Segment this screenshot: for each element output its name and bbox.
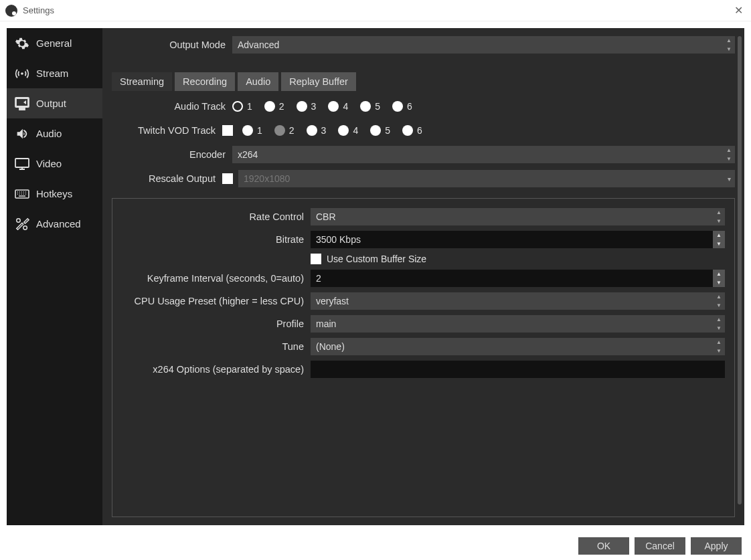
encoder-label: Encoder — [112, 149, 232, 160]
tune-select[interactable]: (None) ▲▼ — [311, 338, 725, 355]
audio-track-radio-2[interactable]: 2 — [264, 101, 284, 112]
rescale-label: Rescale Output — [112, 173, 222, 184]
audio-track-radio-5[interactable]: 5 — [360, 101, 380, 112]
svg-rect-0 — [15, 159, 29, 167]
spinner-icon: ▲▼ — [723, 146, 735, 163]
encoder-settings-panel: Rate Control CBR ▲▼ Bitrate 3500 Kbps ▲▼ — [112, 198, 735, 517]
sidebar: General Stream Output Audio — [7, 28, 102, 525]
sidebar-item-audio[interactable]: Audio — [7, 118, 102, 149]
spinner-icon: ▲▼ — [713, 292, 725, 310]
custom-buffer-label: Use Custom Buffer Size — [327, 254, 426, 264]
tools-icon — [13, 217, 31, 231]
app-logo-icon — [5, 5, 17, 17]
profile-select[interactable]: main ▲▼ — [311, 315, 725, 333]
sidebar-item-general[interactable]: General — [7, 28, 102, 58]
up-arrow-icon[interactable]: ▲ — [713, 231, 725, 240]
profile-label: Profile — [116, 318, 311, 329]
titlebar: Settings ✕ — [0, 0, 751, 21]
audio-track-radio-1[interactable]: 1 — [232, 101, 252, 112]
spinner-icon: ▲▼ — [713, 208, 725, 225]
apply-button[interactable]: Apply — [691, 537, 742, 555]
antenna-icon — [13, 66, 31, 81]
window-title: Settings — [23, 5, 54, 15]
scrollbar[interactable] — [738, 36, 742, 504]
custom-buffer-checkbox[interactable] — [311, 254, 321, 264]
spinner-icon: ▲▼ — [723, 36, 735, 54]
keyboard-icon — [13, 186, 31, 202]
main-panel: Output Mode Advanced ▲▼ Streaming Record… — [102, 28, 744, 525]
spinner-icon: ▲▼ — [713, 315, 725, 333]
x264-opts-label: x264 Options (separated by space) — [116, 364, 311, 375]
x264-opts-input[interactable] — [311, 361, 725, 378]
display-icon — [13, 156, 31, 172]
sidebar-item-label: Stream — [36, 68, 68, 79]
twitch-vod-checkbox[interactable] — [222, 125, 233, 136]
twitch-vod-radio-4[interactable]: 4 — [338, 125, 358, 136]
twitch-vod-radio-3[interactable]: 3 — [307, 125, 327, 136]
sidebar-item-label: General — [36, 37, 72, 49]
tab-recording[interactable]: Recording — [175, 72, 235, 91]
close-icon[interactable]: ✕ — [734, 4, 743, 17]
up-arrow-icon[interactable]: ▲ — [713, 270, 725, 278]
spinner-icon: ▲▼ — [713, 338, 725, 355]
twitch-vod-radio-6[interactable]: 6 — [402, 125, 422, 136]
footer: OK Cancel Apply — [0, 532, 751, 560]
bitrate-label: Bitrate — [116, 234, 311, 245]
rate-control-select[interactable]: CBR ▲▼ — [311, 208, 725, 225]
chevron-down-icon: ▾ — [728, 175, 731, 183]
bitrate-input[interactable]: 3500 Kbps ▲▼ — [311, 231, 725, 248]
keyframe-label: Keyframe Interval (seconds, 0=auto) — [116, 273, 311, 284]
rescale-checkbox[interactable] — [222, 173, 233, 184]
sidebar-item-advanced[interactable]: Advanced — [7, 209, 102, 239]
tab-streaming[interactable]: Streaming — [112, 72, 172, 91]
sidebar-item-hotkeys[interactable]: Hotkeys — [7, 179, 102, 209]
monitor-icon — [13, 96, 31, 112]
down-arrow-icon[interactable]: ▼ — [713, 240, 725, 248]
audio-track-label: Audio Track — [112, 101, 232, 112]
sidebar-item-label: Output — [36, 98, 66, 109]
cpu-preset-select[interactable]: veryfast ▲▼ — [311, 292, 725, 310]
speaker-icon — [13, 126, 31, 141]
encoder-select[interactable]: x264 ▲▼ — [232, 146, 735, 163]
twitch-vod-radio-5[interactable]: 5 — [370, 125, 390, 136]
keyframe-input[interactable]: 2 ▲▼ — [311, 270, 725, 287]
ok-button[interactable]: OK — [578, 537, 629, 555]
sidebar-item-label: Video — [36, 158, 62, 169]
sidebar-item-label: Hotkeys — [36, 188, 72, 199]
output-mode-select[interactable]: Advanced ▲▼ — [232, 36, 735, 54]
tab-audio[interactable]: Audio — [238, 72, 278, 91]
twitch-vod-radio-2[interactable]: 2 — [274, 125, 295, 136]
gear-icon — [13, 36, 31, 51]
rate-control-label: Rate Control — [116, 211, 311, 222]
output-mode-label: Output Mode — [112, 39, 232, 50]
audio-track-radio-3[interactable]: 3 — [297, 101, 317, 112]
audio-track-radio-4[interactable]: 4 — [328, 101, 348, 112]
rescale-select[interactable]: 1920x1080 ▾ — [238, 170, 735, 187]
down-arrow-icon[interactable]: ▼ — [713, 278, 725, 287]
twitch-vod-radio-1[interactable]: 1 — [242, 125, 262, 136]
sidebar-item-video[interactable]: Video — [7, 149, 102, 179]
tab-replay-buffer[interactable]: Replay Buffer — [281, 72, 356, 91]
cpu-preset-label: CPU Usage Preset (higher = less CPU) — [116, 296, 311, 306]
sidebar-item-stream[interactable]: Stream — [7, 58, 102, 88]
tune-label: Tune — [116, 341, 311, 352]
output-tabs: Streaming Recording Audio Replay Buffer — [112, 72, 735, 91]
cancel-button[interactable]: Cancel — [635, 537, 685, 555]
twitch-vod-label: Twitch VOD Track — [112, 125, 222, 136]
sidebar-item-output[interactable]: Output — [7, 88, 102, 118]
sidebar-item-label: Audio — [36, 128, 62, 139]
sidebar-item-label: Advanced — [36, 218, 81, 229]
audio-track-radio-6[interactable]: 6 — [392, 101, 412, 112]
